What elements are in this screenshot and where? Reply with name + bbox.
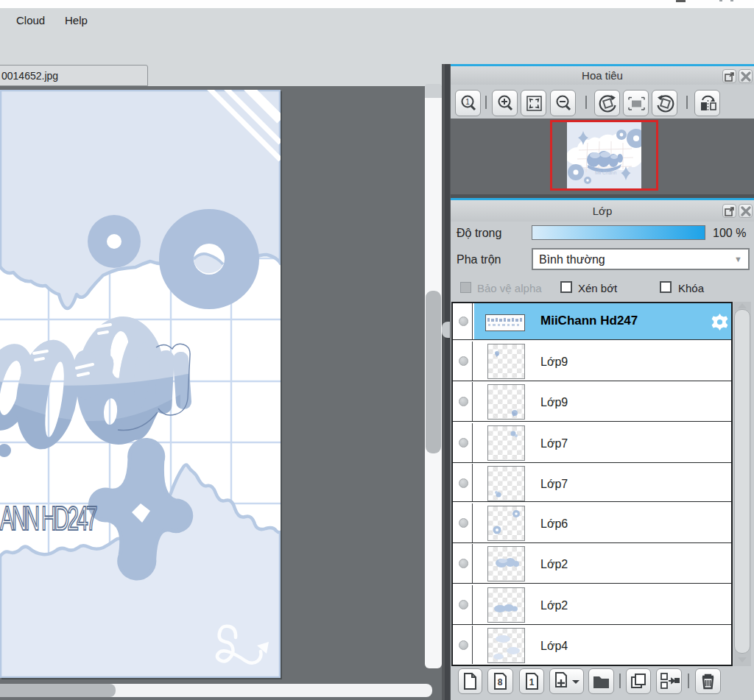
svg-text:ANN HD247: ANN HD247 bbox=[0, 499, 98, 537]
svg-text:8: 8 bbox=[498, 677, 503, 687]
svg-text:1: 1 bbox=[465, 98, 470, 106]
svg-text:1: 1 bbox=[529, 677, 535, 687]
svg-text:Mii Chann: Mii Chann bbox=[595, 170, 617, 175]
